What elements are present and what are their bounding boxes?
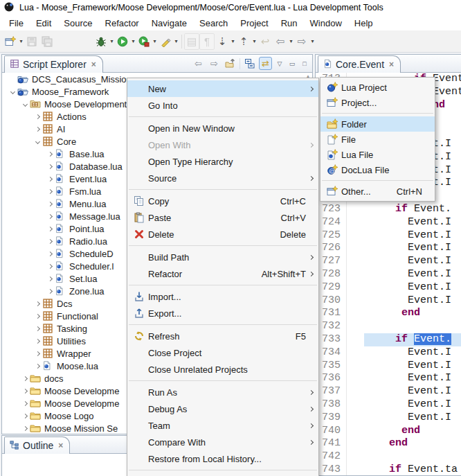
code-line[interactable]: 729 Event.I (316, 281, 461, 294)
expand-icon[interactable] (45, 165, 55, 168)
context-menu-item-build-path[interactable]: Build Path (127, 249, 318, 265)
menubar-item-search[interactable]: Search (193, 17, 234, 30)
new-submenu-item-file[interactable]: File (320, 132, 435, 147)
minimize-icon[interactable]: ▭ (287, 57, 297, 70)
expand-icon[interactable] (33, 302, 42, 306)
context-menu-item-compare-with[interactable]: Compare With (127, 434, 318, 450)
context-menu-item-paste[interactable]: PasteCtrl+V (127, 209, 318, 226)
expand-icon[interactable] (33, 352, 42, 355)
new-wizard-button[interactable] (3, 33, 18, 50)
next-annotation-button[interactable]: ⇣ (215, 33, 230, 50)
collapse-icon[interactable] (20, 103, 30, 106)
code-line[interactable]: 730 Event.I (316, 294, 461, 308)
menubar-item-edit[interactable]: Edit (30, 17, 57, 30)
code-line[interactable]: 737 Event.I (316, 385, 461, 398)
expand-icon[interactable] (45, 152, 55, 156)
previous-annotation-button[interactable]: ⇡ (236, 33, 251, 50)
expand-icon[interactable] (45, 202, 55, 206)
new-submenu-item-lua-file[interactable]: Lua File (320, 147, 435, 162)
close-icon[interactable]: × (58, 441, 63, 450)
run-coverage-button[interactable] (136, 33, 152, 50)
context-menu-item-go-into[interactable]: Go Into (127, 97, 318, 114)
collapse-icon[interactable] (33, 140, 42, 143)
new-submenu-item-lua-project[interactable]: Lua Project (320, 80, 435, 95)
menubar-item-help[interactable]: Help (348, 17, 379, 30)
run-dropdown-icon[interactable]: ▾ (130, 38, 136, 44)
close-icon[interactable]: × (389, 60, 394, 69)
back-button[interactable]: ⇦ (273, 33, 288, 50)
code-line[interactable]: 738 Event.I (316, 398, 461, 412)
collapse-icon[interactable] (8, 90, 17, 94)
new-wizard-dropdown-icon[interactable]: ▾ (18, 38, 24, 44)
expand-icon[interactable] (20, 427, 30, 430)
code-line[interactable]: 724 Event.I (316, 216, 461, 229)
expand-icon[interactable] (45, 190, 55, 193)
tab-outline[interactable]: Outline × (4, 437, 70, 454)
back-icon[interactable]: ⇦ (192, 57, 205, 70)
expand-icon[interactable] (45, 265, 55, 268)
expand-icon[interactable] (33, 340, 42, 343)
context-menu-item-team[interactable]: Team (127, 417, 318, 434)
menubar-item-file[interactable]: File (3, 17, 30, 30)
context-menu-item-open-with[interactable]: Open With (127, 136, 318, 153)
context-menu-item-close-project[interactable]: Close Project (127, 344, 318, 361)
code-line[interactable]: 741 end (316, 437, 461, 450)
maximize-icon[interactable]: □ (300, 57, 309, 70)
menubar-item-project[interactable]: Project (234, 17, 274, 30)
expand-icon[interactable] (45, 177, 55, 181)
run-external-tools-button[interactable] (158, 33, 173, 50)
debug-button[interactable] (93, 33, 109, 50)
context-menu-item-debug-as[interactable]: Debug As (127, 400, 318, 417)
new-submenu-item-other[interactable]: Other...Ctrl+N (320, 184, 435, 199)
context-menu-item-delete[interactable]: DeleteDelete (127, 226, 318, 243)
expand-icon[interactable] (45, 240, 55, 243)
link-with-editor-icon[interactable]: ⇄ (259, 57, 272, 70)
code-line[interactable]: 739 Event.I (316, 412, 461, 425)
code-line[interactable]: 723 if Event. (316, 203, 461, 216)
context-menu-item-new[interactable]: New (127, 80, 318, 97)
code-line[interactable]: 736 Event.I (316, 372, 461, 385)
expand-icon[interactable] (45, 252, 55, 256)
view-menu-icon[interactable]: ▽ (275, 57, 284, 70)
context-menu-item-refresh[interactable]: RefreshF5 (127, 328, 318, 344)
code-line[interactable]: 733 if Event. (316, 333, 461, 346)
context-menu-item-source[interactable]: Source (127, 170, 318, 186)
expand-icon[interactable] (33, 315, 42, 318)
expand-icon[interactable] (33, 115, 42, 118)
context-menu-item-open-in-new-window[interactable]: Open in New Window (127, 120, 318, 136)
new-submenu-item-project[interactable]: Project... (320, 95, 435, 110)
close-icon[interactable]: × (91, 60, 96, 69)
context-menu-item-restore-from-local-history[interactable]: Restore from Local History... (127, 450, 318, 467)
expand-icon[interactable] (20, 402, 30, 405)
menubar-item-navigate[interactable]: Navigate (145, 17, 193, 30)
run-coverage-dropdown-icon[interactable]: ▾ (152, 38, 158, 44)
code-line[interactable]: 726 Event.I (316, 242, 461, 255)
context-menu-item-close-unrelated-projects[interactable]: Close Unrelated Projects (127, 361, 318, 378)
new-submenu-item-folder[interactable]: Folder (320, 116, 435, 132)
expand-icon[interactable] (45, 227, 55, 231)
context-menu-item-refactor[interactable]: RefactorAlt+Shift+T (127, 265, 318, 282)
code-line[interactable]: 728 Event.I (316, 268, 461, 281)
menubar-item-source[interactable]: Source (57, 17, 98, 30)
code-line[interactable]: 740 end (316, 425, 461, 438)
context-menu-item-import[interactable]: Import... (127, 288, 318, 305)
code-line[interactable]: 735 Event.I (316, 360, 461, 373)
up-icon[interactable] (224, 57, 237, 70)
run-button[interactable] (115, 33, 130, 50)
expand-icon[interactable] (33, 327, 42, 330)
expand-icon[interactable] (20, 377, 30, 380)
expand-icon[interactable] (33, 364, 42, 368)
code-line[interactable]: 727 Event.I (316, 255, 461, 268)
code-line[interactable]: 743 if Event.ta (316, 464, 461, 475)
previous-annotation-dropdown-icon[interactable]: ▾ (251, 38, 257, 44)
menubar-item-run[interactable]: Run (275, 17, 304, 30)
back-dropdown-icon[interactable]: ▾ (288, 38, 294, 44)
code-line[interactable]: 725 Event.I (316, 229, 461, 243)
code-line[interactable]: 731 end (316, 307, 461, 320)
new-submenu-item-doclua-file[interactable]: @DocLua File (320, 162, 435, 177)
tab-core-event[interactable]: Core.Event × (318, 55, 401, 73)
context-menu-item-copy[interactable]: CopyCtrl+C (127, 193, 318, 209)
code-line[interactable]: 734 Event.I (316, 346, 461, 360)
menubar-item-refactor[interactable]: Refactor (99, 17, 145, 30)
code-line[interactable]: 732 (316, 320, 461, 333)
